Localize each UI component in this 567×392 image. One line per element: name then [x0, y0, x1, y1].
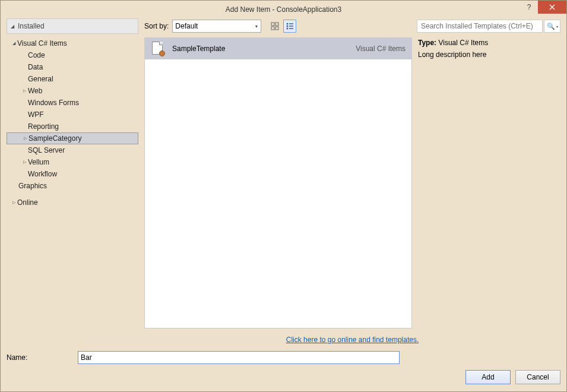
tree-item-vellum[interactable]: ▷Vellum [7, 156, 138, 168]
svg-rect-5 [275, 27, 278, 30]
search-icon: 🔍 [547, 23, 555, 30]
template-file-icon [151, 42, 165, 56]
tree-item-web[interactable]: ▷Web [7, 85, 138, 97]
sort-by-value: Default [175, 22, 198, 30]
chevron-down-icon: ▼ [254, 24, 258, 29]
template-list: SampleTemplate Visual C# Items [144, 37, 412, 328]
tree-item-winforms[interactable]: Windows Forms [7, 97, 138, 109]
view-small-icons-button[interactable] [283, 20, 296, 33]
name-label: Name: [7, 353, 72, 362]
template-tree: ◢Visual C# Items Code Data General ▷Web … [7, 34, 138, 349]
titlebar: Add New Item - ConsoleApplication3 ? [1, 1, 566, 18]
window-title: Add New Item - ConsoleApplication3 [226, 5, 341, 14]
sort-by-dropdown[interactable]: Default ▼ [172, 20, 261, 33]
tree-item-graphics[interactable]: Graphics [7, 180, 138, 192]
search-input[interactable] [417, 20, 543, 33]
tree-item-cs-items[interactable]: ◢Visual C# Items [7, 37, 138, 49]
svg-point-8 [287, 26, 289, 27]
template-row[interactable]: SampleTemplate Visual C# Items [145, 38, 411, 59]
detail-type-label: Type: [418, 39, 436, 47]
chevron-down-icon: ▾ [556, 24, 558, 29]
help-button[interactable]: ? [520, 1, 538, 14]
template-language: Visual C# Items [356, 45, 406, 53]
expand-arrow-icon: ▷ [21, 136, 28, 141]
tree-item-code[interactable]: Code [7, 49, 138, 61]
tree-item-samplecategory[interactable]: ▷SampleCategory [7, 132, 138, 144]
detail-description: Long description here [418, 50, 560, 59]
tree-item-wpf[interactable]: WPF [7, 109, 138, 121]
sidebar: ◢ Installed ◢Visual C# Items Code Data G… [7, 18, 138, 349]
collapse-arrow-icon: ◢ [11, 24, 14, 29]
detail-type-value: Visual C# Items [438, 39, 488, 47]
online-templates-link[interactable]: Click here to go online and find templat… [286, 336, 419, 344]
tree-item-online[interactable]: ▷Online [7, 197, 138, 208]
view-medium-icons-button[interactable] [268, 20, 281, 33]
svg-point-10 [287, 28, 289, 30]
template-name: SampleTemplate [172, 45, 356, 53]
cancel-button[interactable]: Cancel [515, 370, 560, 384]
expand-arrow-icon: ▷ [21, 88, 28, 93]
search-button[interactable]: 🔍▾ [544, 20, 560, 33]
tree-item-general[interactable]: General [7, 73, 138, 85]
svg-rect-2 [271, 23, 274, 26]
details-pane: Type: Visual C# Items Long description h… [418, 37, 560, 328]
svg-rect-4 [271, 27, 274, 30]
titlebar-controls: ? [520, 1, 566, 14]
sidebar-header-label: Installed [18, 22, 45, 30]
svg-point-6 [287, 23, 289, 25]
expand-arrow-icon: ◢ [10, 41, 17, 46]
tree-item-data[interactable]: Data [7, 61, 138, 73]
add-button[interactable]: Add [465, 370, 511, 384]
close-button[interactable] [538, 1, 566, 14]
tree-item-sqlserver[interactable]: SQL Server [7, 144, 138, 156]
expand-arrow-icon: ▷ [21, 160, 28, 165]
sidebar-tab-installed[interactable]: ◢ Installed [7, 18, 138, 34]
sort-by-label: Sort by: [144, 22, 169, 30]
svg-rect-3 [275, 23, 278, 26]
name-input[interactable] [78, 351, 400, 364]
toolbar: Sort by: Default ▼ 🔍▾ [144, 18, 560, 34]
expand-arrow-icon: ▷ [10, 200, 17, 205]
tree-item-workflow[interactable]: Workflow [7, 168, 138, 180]
tree-item-reporting[interactable]: Reporting [7, 121, 138, 132]
